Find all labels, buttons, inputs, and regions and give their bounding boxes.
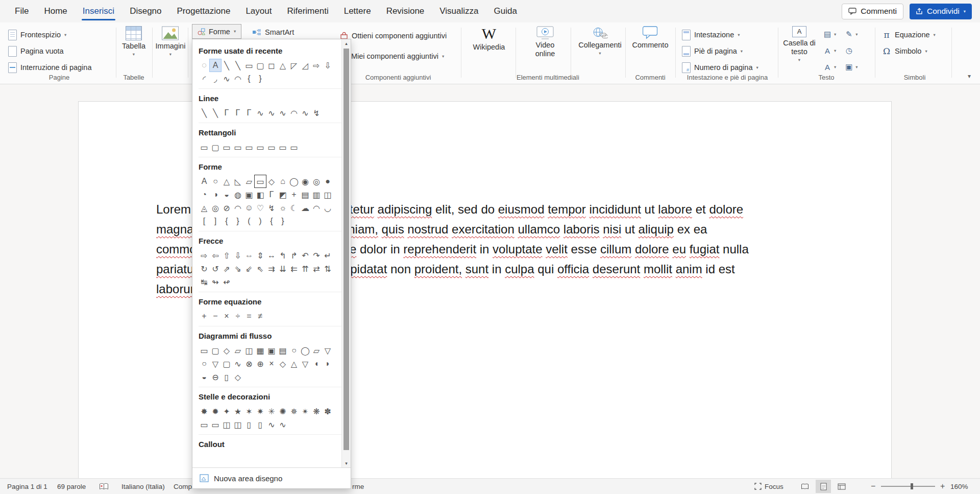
shape-cell[interactable]: ⇖ [255,263,266,275]
shape-cell[interactable]: ⊕ [255,358,266,370]
shape-cell[interactable]: ✺ [277,405,288,417]
shape-cell[interactable]: ▣ [266,344,277,357]
shape-cell[interactable]: ▭ [266,141,277,153]
pictures-button[interactable]: Immagini ▾ [156,26,186,57]
shape-cell[interactable]: + [288,189,300,201]
shape-cell[interactable]: ↯ [266,202,277,214]
shape-cell[interactable]: ◗ [322,358,333,370]
shape-cell[interactable]: ⊘ [221,202,232,214]
shape-cell[interactable]: ⇩ [232,249,243,262]
shapes-menu-scrollbar[interactable]: ▴ ▾ [341,39,351,467]
shape-cell[interactable]: ↔ [266,249,277,262]
shape-cell[interactable]: ] [210,215,221,227]
tab-file[interactable]: File [7,0,36,22]
shape-cell[interactable]: ( [243,215,255,227]
shape-cell[interactable]: ⇨ [311,59,322,72]
shape-cell[interactable]: [ [199,215,210,227]
shape-cell[interactable]: ◜ [199,73,210,85]
collapse-ribbon-button[interactable]: ▾ [968,73,971,80]
shape-cell[interactable]: ⌂ [277,175,288,187]
shape-cell[interactable]: − [210,310,221,322]
shape-cell[interactable]: Γ [266,189,277,201]
shape-cell[interactable]: ↹ [199,276,210,288]
shape-cell[interactable]: ◠ [232,73,243,85]
web-layout-button[interactable] [834,480,849,493]
shape-cell[interactable]: ◯ [288,175,300,187]
shape-cell[interactable]: ▯ [243,418,255,431]
shape-cell[interactable]: ▭ [221,141,232,153]
shape-cell[interactable]: ▢ [255,59,266,72]
tab-riferimenti[interactable]: Riferimenti [279,0,336,22]
shape-cell[interactable]: ∿ [266,107,277,119]
shape-cell[interactable]: ▯ [221,371,232,383]
shape-cell[interactable]: ▭ [255,175,266,187]
footer-button[interactable]: Piè di pagina ▾ [682,44,743,58]
new-drawing-canvas-item[interactable]: Nuova area disegno [192,467,351,488]
shape-cell[interactable]: ▤ [277,344,288,357]
shape-cell[interactable]: ◫ [232,418,243,431]
shape-cell[interactable]: ▭ [243,59,255,72]
online-video-button[interactable]: Video online [531,26,559,58]
shape-cell[interactable]: ◔ [199,189,210,201]
shape-cell[interactable]: ○ [210,175,221,187]
zoom-slider[interactable] [881,486,935,487]
shape-cell[interactable]: A [210,59,221,72]
tab-progettazione[interactable]: Progettazione [169,0,238,22]
shape-cell[interactable]: ○ [199,358,210,370]
shape-cell[interactable]: ▭ [199,141,210,153]
shape-cell[interactable]: ▢ [210,141,221,153]
shape-cell[interactable]: ⇕ [255,249,266,262]
shape-cell[interactable]: ∿ [300,107,311,119]
shape-cell[interactable]: ◯ [300,344,311,357]
header-button[interactable]: Intestazione ▾ [682,28,740,42]
shape-cell[interactable]: ♡ [255,202,266,214]
shape-cell[interactable]: ↵ [322,249,333,262]
shape-cell[interactable]: ☁ [300,202,311,214]
shape-cell[interactable]: ✦ [221,405,232,417]
shape-cell[interactable]: ▯ [255,418,266,431]
shape-cell[interactable]: ⇗ [221,263,232,275]
shape-cell[interactable]: ⇔ [243,249,255,262]
shape-cell[interactable]: = [243,310,255,322]
shape-cell[interactable]: ⊖ [210,371,221,383]
shape-cell[interactable]: ● [322,175,333,187]
shape-cell[interactable]: ⊗ [243,358,255,370]
page-break-button[interactable]: Interruzione di pagina [8,60,91,75]
shape-cell[interactable]: ☾ [288,202,300,214]
shape-cell[interactable]: ⇊ [277,263,288,275]
shape-cell[interactable]: ▥ [311,189,322,201]
shape-cell[interactable]: ▽ [210,358,221,370]
shape-cell[interactable]: ▢ [221,358,232,370]
wordart-button[interactable]: A ▾ [823,44,836,57]
smartart-button[interactable]: SmartArt [252,26,294,38]
page-number-button[interactable]: Numero di pagina ▾ [682,60,758,75]
shape-cell[interactable]: △ [288,358,300,370]
object-button[interactable]: ▣ ▾ [844,60,857,74]
shape-cell[interactable]: { [221,215,232,227]
shape-cell[interactable]: ∿ [266,418,277,431]
shape-cell[interactable]: ◞ [210,73,221,85]
shape-cell[interactable]: A [199,175,210,187]
shape-cell[interactable]: ◖ [311,358,322,370]
shape-cell[interactable]: ◠ [232,202,243,214]
shape-cell[interactable]: Γ [221,107,232,119]
shape-cell[interactable]: ◺ [232,175,243,187]
shape-cell[interactable]: { [266,215,277,227]
shape-cell[interactable]: ⇨ [199,249,210,262]
shape-cell[interactable]: ▱ [232,344,243,357]
tab-guida[interactable]: Guida [486,0,525,22]
shape-cell[interactable]: ★ [232,405,243,417]
zoom-level[interactable]: 160% [950,479,968,494]
shape-cell[interactable]: ◇ [221,344,232,357]
shape-cell[interactable]: ▭ [199,344,210,357]
shape-cell[interactable]: ☺ [243,202,255,214]
shape-cell[interactable]: ◍ [232,189,243,201]
shape-cell[interactable]: ▭ [232,141,243,153]
shape-cell[interactable]: ▭ [255,141,266,153]
shape-cell[interactable]: ▱ [243,175,255,187]
shape-cell[interactable]: ☼ [277,202,288,214]
shapes-button[interactable]: Forme ▾ [192,24,241,39]
shape-cell[interactable]: ↷ [311,249,322,262]
shape-cell[interactable]: ∿ [277,107,288,119]
shape-cell[interactable]: × [266,358,277,370]
